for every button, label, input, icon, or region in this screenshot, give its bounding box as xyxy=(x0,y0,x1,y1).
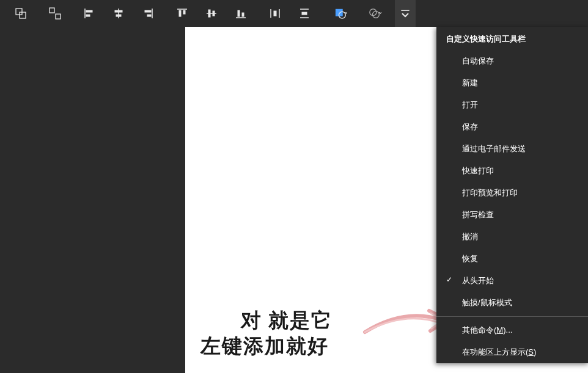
dropdown-item[interactable]: 通过电子邮件发送 xyxy=(436,138,588,160)
align-left-icon[interactable] xyxy=(75,0,104,27)
qat-dropdown-menu: 自定义快速访问工具栏 自动保存新建打开保存通过电子邮件发送快速打印打印预览和打印… xyxy=(436,27,588,363)
dropdown-item-label: 新建 xyxy=(462,78,478,87)
svg-rect-27 xyxy=(302,12,307,15)
dropdown-item-label: 恢复 xyxy=(462,254,478,263)
svg-rect-18 xyxy=(213,11,215,16)
align-center-h-icon[interactable] xyxy=(104,0,133,27)
svg-rect-21 xyxy=(242,13,244,16)
dropdown-item-label: 从头开始 xyxy=(462,276,494,285)
dropdown-item-label: 打印预览和打印 xyxy=(462,188,518,197)
svg-rect-20 xyxy=(238,10,240,16)
dropdown-item[interactable]: 快速打印 xyxy=(436,160,588,182)
svg-rect-6 xyxy=(86,15,90,16)
dropdown-item-label: 撤消 xyxy=(462,232,478,241)
dropdown-show-above-ribbon[interactable]: 在功能区上方显示(S) xyxy=(436,341,588,363)
svg-rect-11 xyxy=(145,10,151,12)
dropdown-item[interactable]: 新建 xyxy=(436,72,588,94)
svg-rect-3 xyxy=(56,14,61,19)
svg-rect-5 xyxy=(86,10,92,12)
svg-rect-1 xyxy=(20,12,26,18)
dropdown-item-label: 打开 xyxy=(462,100,478,109)
dropdown-item-label: 保存 xyxy=(462,122,478,131)
dropdown-separator xyxy=(436,316,588,317)
align-top-icon[interactable] xyxy=(167,0,197,27)
shape-outline-icon[interactable] xyxy=(358,0,392,27)
svg-rect-9 xyxy=(116,15,121,16)
dropdown-item[interactable]: 打印预览和打印 xyxy=(436,182,588,204)
customize-qat-dropdown[interactable] xyxy=(395,0,416,27)
dropdown-item-label: 通过电子邮件发送 xyxy=(462,144,526,153)
dropdown-item[interactable]: 恢复 xyxy=(436,248,588,270)
toolbar xyxy=(0,0,588,27)
dropdown-more-commands[interactable]: 其他命令(M)... xyxy=(436,319,588,341)
group-icon[interactable] xyxy=(6,0,35,27)
dropdown-item[interactable]: 打开 xyxy=(436,94,588,116)
svg-rect-12 xyxy=(147,15,151,16)
svg-rect-8 xyxy=(115,10,122,12)
dropdown-header: 自定义快速访问工具栏 xyxy=(436,27,588,50)
annotation-line-1: 对 就是它 xyxy=(241,308,333,334)
align-right-icon[interactable] xyxy=(133,0,163,27)
svg-rect-14 xyxy=(179,10,181,16)
dropdown-item[interactable]: 拼写检查 xyxy=(436,204,588,226)
dropdown-item[interactable]: ✓从头开始 xyxy=(436,270,588,292)
dropdown-item-label: 触摸/鼠标模式 xyxy=(462,298,512,307)
shape-fill-icon[interactable] xyxy=(324,0,358,27)
svg-rect-0 xyxy=(16,9,22,15)
check-icon: ✓ xyxy=(446,275,452,284)
dropdown-item-label: 快速打印 xyxy=(462,166,494,175)
dropdown-item[interactable]: 撤消 xyxy=(436,226,588,248)
dropdown-item[interactable]: 保存 xyxy=(436,116,588,138)
ungroup-icon[interactable] xyxy=(40,0,70,27)
distribute-v-icon[interactable] xyxy=(290,0,319,27)
distribute-h-icon[interactable] xyxy=(260,0,290,27)
dropdown-item[interactable]: 触摸/鼠标模式 xyxy=(436,292,588,314)
svg-rect-2 xyxy=(50,8,54,13)
annotation-line-2: 左键添加就好 xyxy=(200,333,329,360)
svg-rect-15 xyxy=(183,10,185,14)
svg-rect-24 xyxy=(274,11,276,16)
dropdown-item-label: 拼写检查 xyxy=(462,210,494,219)
align-middle-v-icon[interactable] xyxy=(197,0,226,27)
dropdown-item[interactable]: 自动保存 xyxy=(436,50,588,72)
dropdown-item-label: 自动保存 xyxy=(462,56,494,65)
svg-rect-17 xyxy=(208,10,210,17)
align-bottom-icon[interactable] xyxy=(226,0,255,27)
